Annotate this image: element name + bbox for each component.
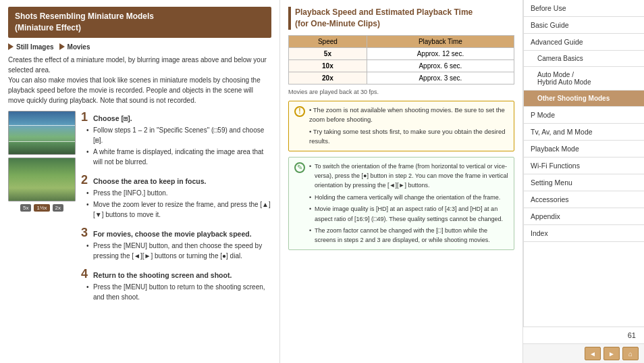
page-number: 61 — [523, 326, 644, 343]
speed-5x: 5x — [289, 47, 367, 59]
camera-image-1: SET INFO. — [8, 111, 76, 155]
step-1-bullets: Follow steps 1 – 2 in "Specific Scenes" … — [81, 125, 271, 167]
step-2: 2 Choose the area to keep in focus. Pres… — [81, 174, 271, 220]
note-bullet-2: Holding the camera vertically will chang… — [309, 193, 508, 202]
nav-other-shooting[interactable]: Other Shooting Modes — [524, 91, 644, 107]
nav-playback[interactable]: Playback Mode — [524, 141, 644, 158]
speed-2x[interactable]: 2x — [53, 204, 63, 212]
movies-icon — [59, 43, 65, 50]
next-button[interactable]: ► — [603, 347, 620, 360]
step-3-bullet-1: Press the [MENU] button, and then choose… — [93, 241, 271, 261]
table-header-time: Playback Time — [367, 35, 514, 47]
step-4-bullets: Press the [MENU] button to return to the… — [81, 282, 271, 302]
step-2-header: 2 Choose the area to keep in focus. — [81, 174, 271, 186]
warning-icon: ! — [294, 106, 305, 117]
section-title: Shots Resembling Miniature Models(Miniat… — [8, 7, 271, 38]
step-2-bullet-1: Press the [INFO.] button. — [93, 188, 271, 198]
nav-advanced-guide[interactable]: Advanced Guide — [524, 34, 644, 51]
speed-20x: 20x — [289, 72, 367, 84]
nav-appendix[interactable]: Appendix — [524, 208, 644, 225]
note-bullets: To switch the orientation of the frame (… — [309, 162, 508, 245]
note-bullet-4: The zoom factor cannot be changed with t… — [309, 226, 508, 245]
speed-5x[interactable]: 5x — [20, 204, 31, 212]
step-4: 4 Return to the shooting screen and shoo… — [81, 268, 271, 302]
center-title: Playback Speed and Estimated Playback Ti… — [288, 7, 514, 30]
step-3-title: For movies, choose the movie playback sp… — [93, 230, 252, 238]
nav-camera-basics[interactable]: Camera Basics — [524, 51, 644, 67]
step-1-bullet-1: Follow steps 1 – 2 in "Specific Scenes" … — [93, 125, 271, 145]
nav-setting-menu[interactable]: Setting Menu — [524, 174, 644, 191]
step-4-number: 4 — [81, 268, 90, 280]
step-3-number: 3 — [81, 226, 90, 239]
still-images-icon — [8, 43, 14, 50]
home-button[interactable]: ⌂ — [622, 347, 639, 360]
prev-button[interactable]: ◄ — [585, 347, 601, 360]
step-1: 1 Choose [⊞]. Follow steps 1 – 2 in "Spe… — [81, 111, 271, 167]
step-4-title: Return to the shooting screen and shoot. — [93, 271, 232, 279]
movies-label: Movies — [59, 43, 90, 51]
note-icon: ✎ — [294, 162, 305, 173]
note-bullet-3: Movie image quality is [HD] at an aspect… — [309, 204, 508, 224]
step-4-bullet-1: Press the [MENU] button to return to the… — [93, 282, 271, 302]
table-header-speed: Speed — [289, 35, 367, 47]
table-row-10x: 10x Approx. 6 sec. — [289, 59, 514, 72]
playback-table: Speed Playback Time 5x Approx. 12 sec. 1… — [288, 35, 514, 84]
nav-auto-mode[interactable]: Auto Mode /Hybrid Auto Mode — [524, 67, 644, 91]
step-3: 3 For movies, choose the movie playback … — [81, 226, 271, 261]
speed-1hx[interactable]: 1½x — [34, 204, 49, 212]
time-5x: Approx. 12 sec. — [367, 47, 514, 59]
note-bullet-1: To switch the orientation of the frame (… — [309, 162, 508, 191]
table-row-5x: 5x Approx. 12 sec. — [289, 47, 514, 59]
steps-column: 1 Choose [⊞]. Follow steps 1 – 2 in "Spe… — [81, 111, 271, 309]
nav-items: Before Use Basic Guide Advanced Guide Ca… — [523, 0, 644, 326]
speed-buttons: 5x 1½x 2x — [8, 204, 76, 212]
step-3-header: 3 For movies, choose the movie playback … — [81, 226, 271, 239]
nav-p-mode[interactable]: P Mode — [524, 107, 644, 124]
step-2-bullets: Press the [INFO.] button. Move the zoom … — [81, 188, 271, 220]
time-20x: Approx. 3 sec. — [367, 72, 514, 84]
right-panel: Before Use Basic Guide Advanced Guide Ca… — [523, 0, 644, 363]
nav-wifi[interactable]: Wi-Fi Functions — [524, 158, 644, 174]
warning-box: ! • The zoom is not available when shoot… — [288, 101, 514, 151]
table-row-20x: 20x Approx. 3 sec. — [289, 72, 514, 84]
description-text: Creates the effect of a miniature model,… — [8, 55, 271, 105]
step-4-header: 4 Return to the shooting screen and shoo… — [81, 268, 271, 280]
nav-index[interactable]: Index — [524, 225, 644, 242]
step-2-title: Choose the area to keep in focus. — [93, 177, 206, 185]
center-panel: Playback Speed and Estimated Playback Ti… — [280, 0, 523, 363]
nav-tv-av-m[interactable]: Tv, Av, and M Mode — [524, 124, 644, 141]
nav-accessories[interactable]: Accessories — [524, 191, 644, 208]
step-1-number: 1 — [81, 111, 90, 123]
warning-text: • The zoom is not available when shootin… — [309, 105, 508, 147]
content-area: SET INFO. SET INFO. 5x 1½x 2x 1 Choose [… — [8, 111, 271, 309]
still-images-label: Still Images — [8, 43, 54, 51]
nav-before-use[interactable]: Before Use — [524, 0, 644, 17]
time-10x: Approx. 6 sec. — [367, 59, 514, 72]
media-icons: Still Images Movies — [8, 43, 271, 51]
note-box: ✎ To switch the orientation of the frame… — [288, 157, 514, 250]
nav-basic-guide[interactable]: Basic Guide — [524, 17, 644, 34]
step-1-title: Choose [⊞]. — [93, 114, 132, 122]
camera-image-2: SET INFO. — [8, 158, 76, 201]
step-2-bullet-2: Move the zoom lever to resize the frame,… — [93, 199, 271, 220]
step-2-number: 2 — [81, 174, 90, 186]
step-3-bullets: Press the [MENU] button, and then choose… — [81, 241, 271, 261]
images-column: SET INFO. SET INFO. 5x 1½x 2x — [8, 111, 76, 309]
step-1-bullet-2: A white frame is displayed, indicating t… — [93, 147, 271, 167]
left-panel: Shots Resembling Miniature Models(Miniat… — [0, 0, 280, 363]
speed-10x: 10x — [289, 59, 367, 72]
nav-arrows: ◄ ► ⌂ — [523, 343, 644, 363]
fps-note: Movies are played back at 30 fps. — [288, 89, 514, 95]
step-1-header: 1 Choose [⊞]. — [81, 111, 271, 123]
